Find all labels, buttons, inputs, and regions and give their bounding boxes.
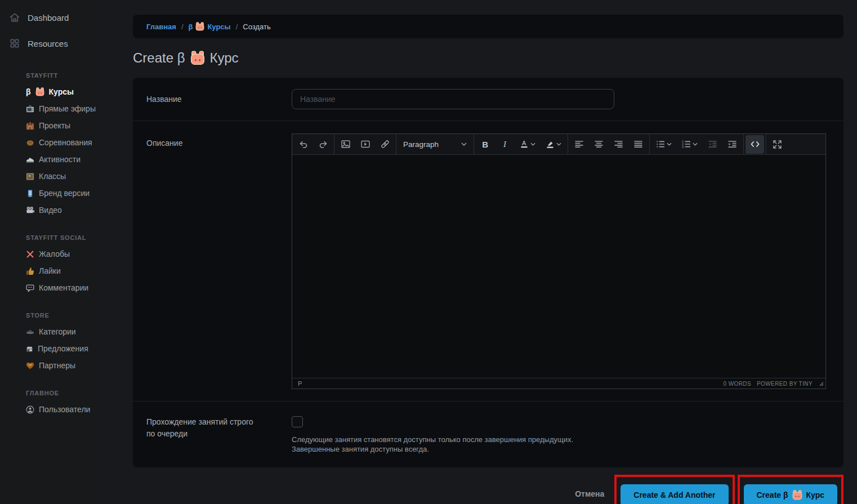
sidebar-item-offers[interactable]: Предложения (0, 340, 108, 357)
breadcrumb-current: Создать (243, 23, 270, 31)
sidebar-item-activities[interactable]: Активности (0, 151, 108, 168)
sidebar-item-comments[interactable]: Комментарии (0, 279, 108, 296)
sidebar-item-live-streams[interactable]: Прямые эфиры (0, 100, 108, 117)
align-right-icon[interactable] (609, 135, 628, 154)
sidebar-item-users[interactable]: Пользователи (0, 401, 108, 418)
sidebar-item-categories[interactable]: Категории (0, 323, 108, 340)
bullet-list-icon[interactable] (651, 135, 676, 154)
sidebar-section-header: STAYFITT (0, 68, 108, 83)
picture-frame-icon (26, 172, 34, 181)
thumbs-up-icon (26, 267, 34, 275)
rich-text-editor: Paragraph B I A (292, 133, 826, 389)
phone-icon (26, 189, 34, 198)
code-view-icon[interactable] (746, 135, 764, 154)
fox-icon (792, 490, 802, 500)
name-input[interactable] (292, 89, 614, 109)
breadcrumb-separator: / (181, 23, 184, 31)
page-title: Create β Курс (133, 50, 843, 66)
sidebar-item-brand-versions[interactable]: Бренд версии (0, 185, 108, 202)
name-field-label: Название (133, 93, 292, 105)
sidebar-item-video[interactable]: Видео (0, 202, 108, 218)
editor-content[interactable] (292, 155, 825, 378)
fox-icon (35, 87, 44, 96)
annotation-red-box-2: Create β Курс (738, 475, 844, 504)
sidebar-item-partners[interactable]: Партнеры (0, 357, 108, 374)
form-row-description: Описание (133, 121, 843, 401)
cross-mark-icon (26, 250, 34, 258)
sidebar-section-header: STORE (0, 307, 108, 323)
chevron-down-icon (693, 142, 698, 146)
numbered-list-icon[interactable]: 123 (677, 135, 702, 154)
sidebar-section-stayfitt-social: STAYFITT SOCIAL Жалобы Лайки Комментарии (0, 230, 108, 296)
sidebar-item-label: Resources (28, 39, 68, 48)
editor-statusbar: P 0 WORDS POWERED BY TINY (292, 378, 825, 389)
sequential-checkbox[interactable] (292, 416, 303, 427)
castle-icon (26, 122, 34, 130)
editor-element-path[interactable]: P (298, 380, 302, 387)
form-row-name: Название (133, 78, 843, 121)
align-center-icon[interactable] (590, 135, 608, 154)
sidebar-item-complaints[interactable]: Жалобы (0, 246, 108, 262)
editor-branding[interactable]: POWERED BY TINY (757, 381, 813, 387)
main-content: Главная / β Курсы / Создать Create β Кур… (108, 0, 857, 504)
outdent-icon[interactable] (703, 135, 722, 154)
fox-icon (190, 51, 205, 65)
highlight-color-icon[interactable] (541, 135, 566, 154)
sneaker-icon (26, 155, 34, 164)
sidebar-section-stayfitt: STAYFITT β Курсы Прямые эфиры Проекты Со… (0, 68, 108, 218)
align-left-icon[interactable] (570, 135, 588, 154)
breadcrumb-separator: / (236, 23, 238, 31)
justify-icon[interactable] (629, 135, 648, 154)
sidebar-item-likes[interactable]: Лайки (0, 262, 108, 279)
sidebar-item-classes[interactable]: Классы (0, 168, 108, 185)
sidebar: Dashboard Resources STAYFITT β Курсы Пря… (0, 0, 108, 504)
resize-handle-icon[interactable] (818, 381, 824, 386)
text-color-icon[interactable]: A (515, 135, 540, 154)
svg-text:A: A (522, 140, 526, 146)
annotation-red-box-1: Create & Add Another (614, 475, 734, 504)
paragraph-select[interactable]: Paragraph (398, 135, 472, 154)
speech-bubble-icon (26, 284, 34, 292)
editor-word-count[interactable]: 0 WORDS (724, 381, 751, 387)
sidebar-item-dashboard[interactable]: Dashboard (0, 5, 108, 30)
bold-icon[interactable]: B (476, 135, 494, 154)
breadcrumb-home-link[interactable]: Главная (146, 23, 176, 31)
form-row-sequential: Прохождение занятий строго по очереди Сл… (133, 401, 843, 467)
sequential-field-label: Прохождение занятий строго по очереди (133, 416, 292, 454)
cancel-button[interactable]: Отмена (575, 489, 604, 498)
medal-icon (26, 139, 34, 147)
editor-toolbar: Paragraph B I A (292, 134, 825, 155)
fullscreen-icon[interactable] (768, 135, 787, 154)
redo-icon[interactable] (314, 135, 332, 154)
sequential-help-text: Следующие занятия становятся доступны то… (292, 435, 599, 454)
create-and-add-another-button[interactable]: Create & Add Another (621, 484, 728, 504)
sidebar-section-main: ГЛАВНОЕ Пользователи (0, 385, 108, 418)
chevron-down-icon (530, 142, 535, 146)
user-icon (26, 405, 34, 414)
sidebar-item-projects[interactable]: Проекты (0, 117, 108, 134)
insert-link-icon[interactable] (376, 135, 394, 154)
home-icon (9, 12, 20, 23)
grid-icon (9, 38, 20, 49)
breadcrumb: Главная / β Курсы / Создать (133, 15, 843, 38)
chevron-down-icon (667, 142, 672, 146)
breadcrumb-courses-link[interactable]: β Курсы (189, 22, 231, 31)
chevron-down-icon (556, 142, 561, 146)
indent-icon[interactable] (723, 135, 742, 154)
sidebar-item-competitions[interactable]: Соревнования (0, 134, 108, 151)
form-footer: Отмена Create & Add Another Create β Кур… (133, 475, 843, 504)
sidebar-section-store: STORE Категории Предложения Партнеры (0, 307, 108, 374)
projector-icon (26, 206, 34, 215)
sidebar-item-courses[interactable]: β Курсы (0, 83, 108, 100)
sidebar-section-header: STAYFITT SOCIAL (0, 230, 108, 246)
tv-icon (26, 105, 34, 113)
undo-icon[interactable] (294, 135, 313, 154)
create-course-button[interactable]: Create β Курс (744, 484, 838, 504)
sidebar-item-resources[interactable]: Resources (0, 30, 108, 56)
italic-icon[interactable]: I (496, 135, 514, 154)
heart-icon (26, 362, 34, 370)
insert-image-icon[interactable] (336, 135, 355, 154)
svg-text:3: 3 (682, 145, 684, 149)
description-field-label: Описание (133, 133, 292, 389)
insert-media-icon[interactable] (356, 135, 374, 154)
